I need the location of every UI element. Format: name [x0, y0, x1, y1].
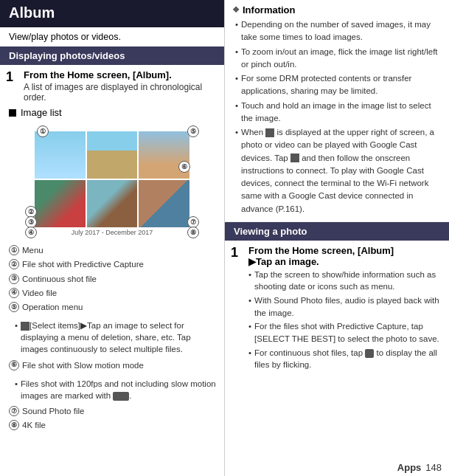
info-title: ❖ Information — [232, 4, 442, 15]
ann-text-2: File shot with Predictive Capture — [22, 258, 144, 271]
ann-circle-5: ⑤ — [187, 125, 199, 137]
info-bullet-4: • Touch and hold an image in the image l… — [235, 100, 442, 125]
ann-num-2: ② — [9, 259, 19, 269]
info-bullet-1: • Depending on the number of saved image… — [235, 18, 442, 44]
ann-item-5: ⑤ Operation menu — [9, 301, 218, 314]
ann-item-4: ④ Video file — [9, 287, 218, 300]
continuous-icon — [365, 349, 374, 358]
ann-text-8: 4K file — [22, 419, 46, 432]
ann-item-7: ⑦ Sound Photo file — [9, 405, 218, 418]
grid-cell-4 — [35, 180, 86, 227]
view-step-1-num: 1 — [231, 245, 244, 373]
footer: Apps 148 — [225, 459, 449, 476]
ann-num-8: ⑧ — [9, 420, 19, 430]
ann-num-7: ⑦ — [9, 406, 19, 416]
grid-date-label: July 2017 - December 2017 — [24, 229, 201, 236]
ann-circle-8: ⑧ — [187, 227, 199, 238]
ann-text-5: Operation menu — [22, 301, 83, 314]
album-header: Album — [0, 0, 224, 27]
grid-cell-5 — [87, 180, 138, 227]
view-step-1-title: From the Home screen, [Album]▶Tap an ima… — [248, 245, 443, 267]
view-bullet-1: • Tap the screen to show/hide informatio… — [248, 269, 443, 293]
info-bullets: • Depending on the number of saved image… — [232, 18, 442, 215]
view-bullet-2: • With Sound Photo files, audio is playe… — [248, 294, 443, 319]
annotations-list: ① Menu ② File shot with Predictive Captu… — [0, 241, 224, 318]
ann-num-5: ⑤ — [9, 302, 19, 312]
grid-cell-2 — [87, 131, 138, 179]
album-subtitle: View/play photos or videos. — [0, 27, 224, 46]
ann-item-1: ① Menu — [9, 244, 218, 257]
ann-circle-1: ① — [37, 125, 49, 137]
ann-circle-4: ④ — [25, 227, 37, 238]
diamond-icon: ❖ — [232, 5, 240, 15]
op-menu-bullet-item: • [Select items]▶Tap an image to select … — [15, 320, 218, 355]
select-items-icon — [21, 322, 29, 331]
image-list-label: Image list — [0, 104, 224, 121]
ann-item-8: ⑧ 4K file — [9, 419, 218, 432]
ann-item-6: ⑥ File shot with Slow motion mode — [9, 359, 218, 372]
cast-icon-1 — [265, 128, 274, 137]
grid-cell-1 — [35, 131, 86, 179]
info-bullet-3: • For some DRM protected contents or tra… — [235, 72, 442, 98]
ann-circle-6: ⑥ — [178, 161, 190, 173]
slow-bullet: • Files shot with 120fps and not includi… — [0, 376, 224, 404]
black-square-icon — [9, 109, 16, 117]
ann-text-7: Sound Photo file — [22, 405, 84, 418]
op-menu-bullet: • [Select items]▶Tap an image to select … — [0, 318, 224, 357]
view-step-1: 1 From the Home screen, [Album]▶Tap an i… — [225, 241, 449, 376]
photo-grid — [35, 131, 189, 227]
page-wrapper: Album View/play photos or videos. Displa… — [0, 0, 449, 476]
step-1-content: From the Home screen, [Album]. A list of… — [24, 69, 215, 103]
120fps-icon — [113, 392, 129, 401]
info-bullet-5: • When is displayed at the upper right o… — [235, 126, 442, 215]
footer-apps-label: Apps — [397, 462, 422, 473]
ann-text-3: Continuous shot file — [22, 273, 97, 286]
step-1-num: 1 — [6, 69, 19, 103]
view-bullet-4: • For continuous shot files, tap to disp… — [248, 347, 443, 371]
view-step-1-content: From the Home screen, [Album]▶Tap an ima… — [248, 245, 443, 373]
ann-num-1: ① — [9, 245, 19, 255]
ann-num-4: ④ — [9, 288, 19, 298]
section-viewing: Viewing a photo — [225, 222, 449, 241]
info-section: ❖ Information • Depending on the number … — [225, 0, 449, 222]
annotations-list-3: ⑦ Sound Photo file ⑧ 4K file — [0, 404, 224, 437]
ann-item-3: ③ Continuous shot file — [9, 273, 218, 286]
image-grid: ① ⑤ ② ③ ④ ⑥ ⑦ ⑧ July 2017 - December 201… — [24, 124, 201, 238]
image-grid-container: ① ⑤ ② ③ ④ ⑥ ⑦ ⑧ July 2017 - December 201… — [0, 121, 224, 241]
ann-text-1: Menu — [22, 244, 43, 257]
view-bullet-3: • For the files shot with Predictive Cap… — [248, 320, 443, 345]
ann-item-2: ② File shot with Predictive Capture — [9, 258, 218, 271]
ann-num-3: ③ — [9, 274, 19, 284]
view-step-1-body: • Tap the screen to show/hide informatio… — [248, 269, 443, 371]
grid-cell-6 — [139, 180, 189, 227]
step-1-title: From the Home screen, [Album]. — [24, 69, 215, 80]
annotations-list-2: ⑥ File shot with Slow motion mode — [0, 358, 224, 376]
cast-icon-2 — [290, 154, 299, 162]
ann-text-4: Video file — [22, 287, 57, 300]
right-column: ❖ Information • Depending on the number … — [225, 0, 449, 476]
step-1-body: A list of images are displayed in chrono… — [24, 82, 215, 103]
left-column: Album View/play photos or videos. Displa… — [0, 0, 225, 476]
ann-num-6: ⑥ — [9, 360, 19, 370]
step-1-block: 1 From the Home screen, [Album]. A list … — [0, 65, 224, 104]
album-title: Album — [9, 4, 215, 21]
footer-page-num: 148 — [425, 462, 442, 473]
section-displaying: Displaying photos/videos — [0, 46, 224, 65]
ann-text-6: File shot with Slow motion mode — [22, 359, 144, 372]
info-bullet-2: • To zoom in/out an image, flick the ima… — [235, 46, 442, 72]
